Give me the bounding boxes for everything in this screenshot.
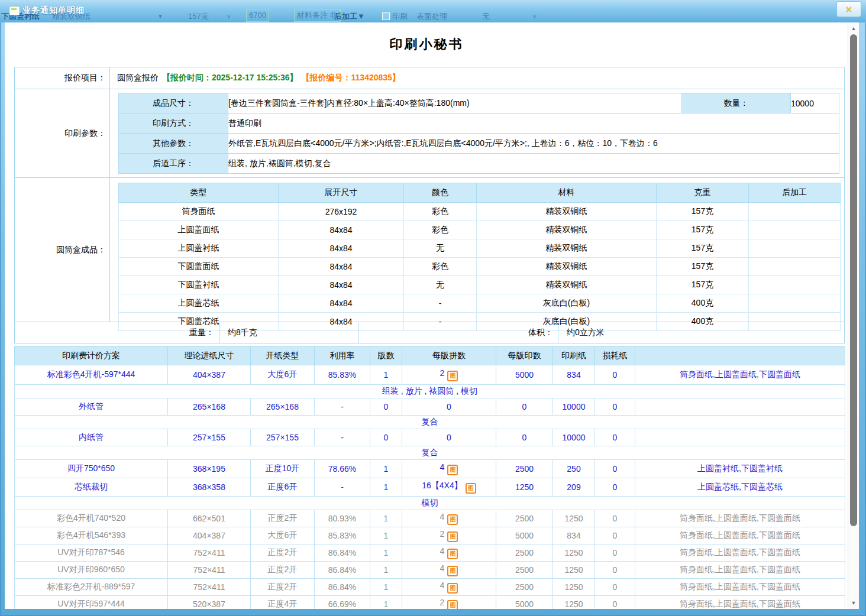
pricing-row: UV对开印960*650752×411正度2开86.84%14图25001250… xyxy=(15,562,845,579)
waste-paper-count: 0 xyxy=(595,460,635,478)
box-cell xyxy=(749,203,841,221)
layout-image-icon[interactable]: 图 xyxy=(447,600,458,609)
box-col-header: 展开尺寸 xyxy=(279,183,404,203)
scheme-name[interactable]: 彩色4开机740*520 xyxy=(15,510,168,527)
utilization: 78.66% xyxy=(315,460,370,478)
box-cell: 84x84 xyxy=(279,276,404,294)
box-cell: 精装双铜纸 xyxy=(477,276,657,294)
feed-size: 257×155 xyxy=(168,429,251,446)
scheme-name[interactable]: UV对开印960*650 xyxy=(15,562,168,579)
dialog-content: 印刷小秘书 报价项目： 圆筒盒报价 【报价时间：2025-12-17 15:25… xyxy=(5,22,848,609)
background-item: ∨ xyxy=(227,13,231,20)
layout-image-icon[interactable]: 图 xyxy=(447,566,458,576)
feed-size: 752×411 xyxy=(168,579,251,596)
scheme-name[interactable]: 彩色4开机546*393 xyxy=(15,527,168,544)
scrollbar-thumb[interactable] xyxy=(850,34,857,526)
dialog-title: 业务通知单明细 xyxy=(22,5,85,16)
scheme-name[interactable]: UV对开印787*546 xyxy=(15,544,168,562)
utilization: 86.84% xyxy=(315,579,370,596)
print-paper-count: 1250 xyxy=(553,579,595,596)
box-cell xyxy=(749,221,841,239)
feed-size: 368×195 xyxy=(168,460,251,478)
param-label: 其他参数： xyxy=(119,134,228,154)
layout-image-icon[interactable]: 图 xyxy=(466,483,476,494)
utilization: - xyxy=(315,478,370,497)
close-icon: ✕ xyxy=(845,4,853,15)
box-cell: 84x84 xyxy=(279,221,404,239)
box-col-header: 类型 xyxy=(119,183,279,203)
scheme-name[interactable]: 芯纸裁切 xyxy=(15,478,168,497)
scheme-name[interactable]: 外纸管 xyxy=(15,398,168,416)
layout-image-icon[interactable]: 图 xyxy=(447,549,458,559)
scheme-name[interactable]: 标准彩色2开机-889*597 xyxy=(15,579,168,596)
plate-count: 1 xyxy=(370,579,402,596)
process-row: 复合 xyxy=(15,446,845,460)
box-cell: 上圆盖衬纸 xyxy=(119,239,279,258)
print-paper-count: 1250 xyxy=(553,510,595,527)
pricing-col-header: 开纸类型 xyxy=(251,346,315,365)
feed-size: 404×387 xyxy=(168,365,251,385)
layout-image-icon[interactable]: 图 xyxy=(447,371,458,381)
layout-image-icon[interactable]: 图 xyxy=(447,531,458,542)
pricing-row: 内纸管257×155257×155-000100000 xyxy=(15,429,845,446)
layout-image-icon[interactable]: 图 xyxy=(447,514,458,525)
scroll-up-icon[interactable]: ▲ xyxy=(848,25,859,31)
waste-paper-count: 0 xyxy=(595,478,635,497)
layout-image-icon[interactable]: 图 xyxy=(447,465,458,475)
pricing-col-header: 印刷纸 xyxy=(553,346,595,365)
notice-detail-dialog: 下圆盖衬纸精装双铜纸▼157克∨6700材料备注 非后加工▼印刷表面处理无∨ 业… xyxy=(0,0,866,616)
box-cell xyxy=(749,258,841,276)
cut-type: 257×155 xyxy=(251,429,315,446)
pricing-row: 彩色4开机740*520662×501正度2开80.93%14图25001250… xyxy=(15,510,845,527)
process-row: 模切 xyxy=(15,497,845,510)
plate-count: 1 xyxy=(370,596,402,609)
layout-image-icon[interactable]: 图 xyxy=(447,583,458,594)
param-label: 成品尺寸： xyxy=(119,93,228,114)
waste-paper-count: 0 xyxy=(595,562,635,579)
per-plate-count: 2500 xyxy=(496,460,553,478)
imposition-count: 4图 xyxy=(402,544,496,562)
process-steps: 复合 xyxy=(15,446,845,460)
print-params-section: 印刷参数： 成品尺寸： [卷边三件套圆筒盒-三件套]内直径:80×上盖高:40×… xyxy=(15,89,844,177)
feed-size: 404×387 xyxy=(168,527,251,544)
scheme-name[interactable]: UV对开印597*444 xyxy=(15,596,168,609)
pricing-col-header: 印刷费计价方案 xyxy=(15,346,168,365)
box-cell: 157克 xyxy=(657,258,749,276)
background-toolbar: 下圆盖衬纸精装双铜纸▼157克∨6700材料备注 非后加工▼印刷表面处理无∨ xyxy=(0,0,866,22)
paper-names: 上圆盖芯纸,下圆盖芯纸 xyxy=(635,478,845,497)
print-paper-count: 209 xyxy=(553,478,595,497)
pricing-row: UV对开印597*444520×387正度4开66.69%12图50001250… xyxy=(15,596,845,609)
print-paper-count: 1250 xyxy=(553,596,595,609)
scrollbar[interactable]: ▲ ▼ xyxy=(848,22,859,609)
scheme-name[interactable]: 四开750*650 xyxy=(15,460,168,478)
scroll-down-icon[interactable]: ▼ xyxy=(848,600,859,606)
scheme-name[interactable]: 内纸管 xyxy=(15,429,168,446)
paper-names: 筒身面纸,上圆盖面纸,下圆盖面纸 xyxy=(635,579,845,596)
print-paper-count: 10000 xyxy=(553,429,595,446)
pricing-plan-table: 印刷费计价方案理论进纸尺寸开纸类型利用率版数每版拼数每版印数印刷纸损耗纸标准彩色… xyxy=(14,346,845,609)
imposition-count: 2图 xyxy=(402,527,496,544)
param-value: 普通印刷 xyxy=(228,114,839,134)
box-row: 筒身面纸276x192彩色精装双铜纸157克 xyxy=(119,203,841,221)
quote-header-value: 圆筒盒报价 【报价时间：2025-12-17 15:25:36】 【报价编号：1… xyxy=(110,67,400,89)
cut-type: 正度6开 xyxy=(251,478,315,497)
feed-size: 265×168 xyxy=(168,398,251,416)
box-cell: 84x84 xyxy=(279,239,404,258)
print-params-body: 成品尺寸： [卷边三件套圆筒盒-三件套]内直径:80×上盖高:40×整筒高:18… xyxy=(110,89,844,177)
background-item: 后加工▼ xyxy=(334,11,365,22)
close-button[interactable]: ✕ xyxy=(836,1,861,17)
imposition-value: 0 xyxy=(447,402,451,411)
per-plate-count: 5000 xyxy=(496,596,553,609)
box-cell: 精装双铜纸 xyxy=(477,258,657,276)
per-plate-count: 5000 xyxy=(496,365,553,385)
cut-type: 正度2开 xyxy=(251,510,315,527)
box-row: 下圆盖衬纸84x84无精装双铜纸157克 xyxy=(119,276,841,294)
background-item: 表面处理 xyxy=(416,11,447,22)
quantity-label: 数量： xyxy=(682,93,791,114)
dialog-titlebar[interactable]: 下圆盖衬纸精装双铜纸▼157克∨6700材料备注 非后加工▼印刷表面处理无∨ 业… xyxy=(0,0,866,22)
scheme-name[interactable]: 标准彩色4开机-597*444 xyxy=(15,365,168,385)
box-cell: 157克 xyxy=(657,239,749,258)
utilization: 66.69% xyxy=(315,596,370,609)
param-label: 印刷方式： xyxy=(119,114,228,134)
weight-volume-row: 重量： 约8千克 体积： 约0立方米 xyxy=(15,322,844,343)
